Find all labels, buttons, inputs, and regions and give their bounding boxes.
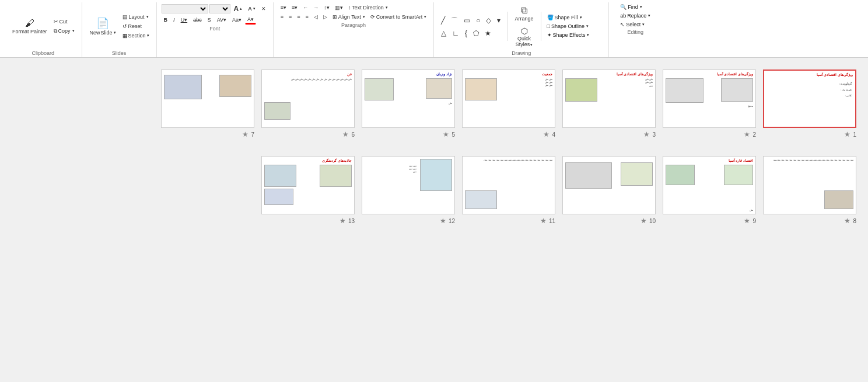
font-color-button[interactable]: A▾	[245, 15, 256, 25]
slide-item-3[interactable]: ویژگی‌های اقتصادی آسیا متن متنمتن متنمتن…	[562, 70, 656, 138]
cut-button[interactable]: ✂ Cut	[51, 18, 77, 26]
shape-fill-button[interactable]: 🪣 Shape Fill ▾	[545, 14, 592, 21]
quick-styles-button[interactable]: ⬡ QuickStyles▾	[513, 25, 536, 49]
slide-thumb-7[interactable]	[161, 70, 254, 128]
shape-outline-button[interactable]: □ Shape Outline ▾	[545, 23, 592, 30]
shape-more-button[interactable]: ▾	[495, 15, 503, 27]
slide-num-row-9: ★ 9	[663, 217, 756, 225]
shape-triangle-button[interactable]: △	[439, 28, 449, 39]
slide-item-2[interactable]: ویژگی‌های اقتصادی آسیا محتوا ★ 2	[663, 70, 756, 138]
para-row-1: ≡▾ ≡▾ ← → ↕▾ ▥▾ ↕ Text Direction ▾	[278, 4, 429, 12]
star-icon-12: ★	[440, 217, 446, 225]
format-painter-button[interactable]: 🖌 Format Painter	[9, 17, 50, 36]
align-center-button[interactable]: ≡	[286, 13, 294, 21]
find-button[interactable]: 🔍 Find ▾	[618, 4, 652, 11]
layout-button[interactable]: ▤ Layout ▾	[120, 13, 152, 21]
new-slide-button[interactable]: 📄 New Slide ▾	[87, 15, 119, 37]
slide-thumb-5[interactable]: نژاد و زبان متن	[362, 70, 455, 128]
slide-thumb-3[interactable]: ویژگی‌های اقتصادی آسیا متن متنمتن متنمتن	[562, 70, 656, 128]
slide-item-7[interactable]: ★ 7	[161, 70, 254, 138]
bold-button[interactable]: B	[162, 16, 170, 24]
shape-diamond-button[interactable]: ◇	[484, 15, 494, 27]
font-shadow-button[interactable]: S	[205, 16, 214, 24]
slide-thumb-12[interactable]: عنوان متن متنمتن متنمتن	[362, 156, 455, 214]
font-family-select[interactable]	[162, 4, 208, 13]
slide-item-12[interactable]: عنوان متن متنمتن متنمتن ★ 12	[362, 156, 455, 225]
slide-thumb-1[interactable]: ویژگی‌های اقتصادی آسیا گردآورنده : علیرض…	[763, 70, 856, 128]
bullets-button[interactable]: ≡▾	[278, 4, 289, 12]
shape-rect-button[interactable]: ▭	[461, 15, 473, 27]
clear-format-button[interactable]: ✕	[259, 5, 268, 13]
font-shrink-button[interactable]: A ▾	[246, 5, 258, 13]
shape-circle-button[interactable]: ○	[474, 15, 482, 27]
shapes-row-2: △ ∟ { ⬠ ★	[439, 28, 503, 39]
slide-item-1[interactable]: ویژگی‌های اقتصادی آسیا گردآورنده : علیرض…	[763, 70, 856, 138]
slide-item-10[interactable]: ★ 10	[562, 156, 656, 225]
replace-button[interactable]: ab Replace ▾	[618, 12, 652, 19]
slide-2-content: ویژگی‌های اقتصادی آسیا محتوا	[663, 70, 755, 127]
slide-item-11[interactable]: متن متن متن متن متن متن متن متن متن متن …	[462, 156, 555, 225]
slide-thumb-8[interactable]: متن متن متن متن متن متن متن متن متن متن …	[763, 156, 856, 214]
slide-thumb-2[interactable]: ویژگی‌های اقتصادی آسیا محتوا	[663, 70, 756, 128]
shape-star-button[interactable]: ★	[482, 28, 494, 39]
ltr-button[interactable]: ▷	[321, 13, 330, 21]
slide-item-9[interactable]: اقتصاد قاره آسیا متن ★ 9	[663, 156, 756, 225]
copy-button[interactable]: ⧉ Copy ▾	[51, 27, 77, 36]
italic-button[interactable]: I	[171, 16, 177, 24]
align-text-button[interactable]: ⊞ Align Text ▾	[330, 13, 368, 21]
slide-num-row-3: ★ 3	[562, 130, 656, 138]
star-icon-5: ★	[443, 130, 449, 138]
slide-num-row-6: ★ 6	[261, 130, 355, 138]
text-direction-icon: ↕	[348, 5, 351, 11]
slide-item-6[interactable]: فن متن متن متن متن متن متن متن متن متن م…	[261, 70, 355, 138]
slide-num-label-10: 10	[649, 218, 656, 224]
reset-icon: ↺	[123, 23, 127, 29]
shape-penta-button[interactable]: ⬠	[471, 28, 481, 39]
layout-icon: ▤	[123, 14, 128, 20]
increase-indent-button[interactable]: →	[311, 4, 321, 12]
convert-smartart-button[interactable]: ⟳ Convert to SmartArt ▾	[368, 13, 429, 21]
slide-thumb-6[interactable]: فن متن متن متن متن متن متن متن متن متن م…	[261, 70, 355, 128]
slide-num-row-11: ★ 11	[462, 217, 555, 225]
slide-thumb-9[interactable]: اقتصاد قاره آسیا متن	[663, 156, 756, 214]
section-button[interactable]: ▦ Section ▾	[120, 32, 152, 40]
align-right-button[interactable]: ≡	[295, 13, 302, 21]
slide-item-4[interactable]: جمعیت متن متنمتن متنمتن متن ★ 4	[462, 70, 555, 138]
underline-button[interactable]: U▾	[178, 16, 190, 24]
align-text-dropdown-icon: ▾	[363, 15, 365, 19]
reset-button[interactable]: ↺ Reset	[120, 22, 152, 30]
slide-thumb-11[interactable]: متن متن متن متن متن متن متن متن متن متن …	[462, 156, 555, 214]
arrange-button[interactable]: ⧉ Arrange	[512, 4, 536, 23]
slide-item-8[interactable]: متن متن متن متن متن متن متن متن متن متن …	[763, 156, 856, 225]
shape-line-button[interactable]: ╱	[439, 15, 447, 27]
font-size-select[interactable]	[209, 4, 230, 13]
char-spacing-button[interactable]: AV▾	[215, 16, 229, 24]
slide-thumb-13[interactable]: جاذبه‌های گردشگری	[261, 156, 355, 214]
slide-num-row-12: ★ 12	[362, 217, 455, 225]
shape-angle-button[interactable]: ∟	[450, 28, 461, 39]
slide-10-content	[563, 157, 655, 214]
slide-row-1: ویژگی‌های اقتصادی آسیا گردآورنده : علیرض…	[12, 70, 856, 138]
text-direction-button[interactable]: ↕ Text Direction ▾	[346, 4, 390, 12]
shape-arc-button[interactable]: ⌒	[449, 15, 460, 27]
align-left-button[interactable]: ≡	[278, 13, 286, 21]
slide-thumb-4[interactable]: جمعیت متن متنمتن متنمتن متن	[462, 70, 555, 128]
slide-item-13[interactable]: جاذبه‌های گردشگری ★ 13	[261, 156, 355, 225]
slide-item-5[interactable]: نژاد و زبان متن ★ 5	[362, 70, 455, 138]
case-button[interactable]: Aa▾	[230, 16, 244, 24]
select-button[interactable]: ↖ Select ▾	[618, 21, 652, 28]
shape-effects-button[interactable]: ✦ Shape Effects ▾	[545, 32, 592, 39]
strikethrough-button[interactable]: abc	[191, 16, 204, 24]
numbered-button[interactable]: ≡▾	[289, 4, 300, 12]
shape-brace-button[interactable]: {	[463, 28, 470, 39]
rtl-button[interactable]: ◁	[312, 13, 320, 21]
font-row-2: B I U▾ abc S AV▾ Aa▾ A▾	[162, 15, 268, 25]
line-spacing-button[interactable]: ↕▾	[321, 4, 332, 12]
decrease-indent-button[interactable]: ←	[300, 4, 310, 12]
font-grow-button[interactable]: A ▴	[232, 4, 245, 14]
justify-button[interactable]: ≡	[303, 13, 311, 21]
columns-button[interactable]: ▥▾	[332, 4, 345, 12]
slide-thumb-10[interactable]	[562, 156, 656, 214]
slide-sorter: ویژگی‌های اقتصادی آسیا گردآورنده : علیرض…	[0, 58, 868, 237]
slide-num-label-9: 9	[752, 218, 756, 224]
